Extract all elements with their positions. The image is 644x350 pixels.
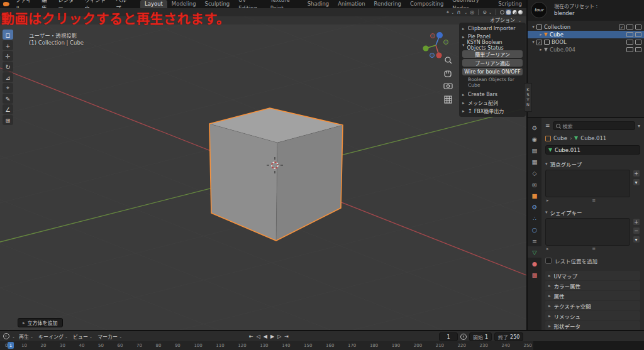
list-resize-grip[interactable]: ≡ — [592, 198, 596, 203]
operator-panel-button[interactable]: ▸ 立方体を追加 — [18, 318, 63, 327]
tab-output[interactable]: ▤ — [528, 145, 541, 156]
tab-physics[interactable]: ○ — [528, 224, 541, 235]
playhead[interactable]: 1 — [8, 342, 14, 349]
tab-world[interactable]: ◎ — [528, 178, 541, 190]
play-button[interactable]: ▶ — [270, 334, 274, 339]
outliner-row-cube[interactable]: ▸ Cube — [528, 31, 644, 38]
tab-scene[interactable]: ◇ — [528, 167, 541, 178]
video-overlay-notice[interactable]: 動画はクリックすると再生されます。 — [1, 8, 230, 27]
gizmo-y-neg[interactable] — [444, 40, 448, 45]
apply-boolean-button[interactable]: ブーリアン適応 — [462, 59, 523, 67]
viewport-visibility-icon[interactable] — [626, 25, 633, 30]
transform-tool[interactable]: ⌖ — [3, 83, 13, 93]
jump-to-end-button[interactable]: ⇥ — [284, 334, 289, 339]
list-expander-icon[interactable]: ▸ — [547, 198, 549, 203]
jump-next-keyframe-button[interactable]: ▷ — [277, 334, 281, 339]
gizmo-y-axis[interactable] — [423, 45, 428, 51]
panel-texture-space[interactable]: ▸ テクスチャ空間 — [545, 301, 640, 310]
wire-toggle-button[interactable]: Wire for boule ON/OFF — [462, 68, 523, 75]
annotate-tool[interactable]: ✎ — [3, 94, 13, 104]
tab-shading[interactable]: Shading — [303, 0, 334, 8]
render-visibility-icon[interactable] — [635, 32, 641, 37]
datablock-name-field[interactable]: Cube.011 — [545, 145, 640, 155]
outliner-row-collection[interactable]: ▾ Collection ✓ — [528, 23, 644, 31]
tab-constraints[interactable]: ≡ — [528, 235, 541, 246]
viewport-visibility-icon[interactable] — [626, 40, 633, 45]
search-input[interactable]: 検索 — [553, 121, 635, 130]
vertex-group-specials-button[interactable]: ▾ — [633, 178, 640, 186]
tab-tool[interactable]: ⚙ — [528, 122, 541, 133]
gizmo-z-neg[interactable] — [430, 53, 435, 58]
solid-shading-button[interactable] — [506, 9, 511, 15]
snap-dropdown[interactable]: ⌄ — [463, 10, 467, 14]
exclude-checkbox[interactable]: ✓ — [536, 40, 542, 45]
viewport-visibility-icon[interactable] — [626, 32, 633, 37]
menu-view[interactable]: ビュー⌄ — [70, 333, 95, 340]
play-reverse-button[interactable]: ◀ — [264, 334, 267, 339]
pan-hand-icon[interactable] — [445, 71, 451, 77]
gizmo-z-axis[interactable] — [436, 32, 443, 38]
render-visibility-icon[interactable] — [635, 25, 641, 30]
exclude-checkbox[interactable]: ✓ — [619, 25, 625, 30]
boolean-status-section[interactable]: ▾ KSYN Boolean Objects Status — [462, 41, 523, 49]
vertex-groups-panel-header[interactable]: ▾ 頂点グループ — [545, 160, 640, 168]
editor-type-chevron[interactable]: ⌄ — [12, 334, 15, 339]
render-visibility-icon[interactable] — [635, 40, 641, 45]
measure-tool[interactable]: ∠ — [3, 104, 13, 114]
frame-start-field[interactable]: 開始1 — [469, 332, 492, 341]
add-cube-tool[interactable]: ⊞ — [3, 115, 13, 125]
tab-view-layer[interactable]: ▦ — [528, 156, 541, 167]
mesh-array-section[interactable]: ▸ メッシュ配列 — [462, 99, 523, 107]
tab-rendering[interactable]: Rendering — [370, 0, 406, 8]
pivot-point-dropdown[interactable]: ⌖⌄ — [447, 9, 455, 16]
tab-modifiers[interactable]: ⚙ — [528, 201, 541, 212]
list-expander-icon[interactable]: ▸ — [547, 246, 549, 251]
jump-prev-keyframe-button[interactable]: ◁ — [257, 334, 260, 339]
outliner-row-bool[interactable]: ▾ ✓ BOOL — [528, 38, 644, 46]
outliner-row-cube-004[interactable]: ▸ Cube.004 — [528, 46, 644, 53]
tab-texture[interactable]: ▩ — [528, 269, 541, 280]
shape-keys-list[interactable] — [545, 218, 630, 246]
clipboard-importer-section[interactable]: ▸ Clipboard Importer — [462, 25, 523, 33]
tab-particles[interactable]: ∴ — [528, 212, 541, 224]
panel-remesh[interactable]: ▸ リメッシュ — [545, 311, 640, 320]
select-box-tool[interactable]: ◻ — [3, 30, 13, 40]
properties-editor-icon[interactable]: ≡ — [545, 123, 550, 129]
menu-playback[interactable]: 再生⌄ — [16, 333, 36, 340]
timeline-editor-type-icon[interactable] — [3, 333, 9, 339]
playback-sync-icon[interactable] — [460, 334, 467, 340]
easy-boolean-button[interactable]: 簡単ブーリアン — [462, 50, 523, 58]
ortho-grid-icon[interactable] — [445, 96, 452, 103]
preset-value[interactable]: blender — [554, 10, 575, 16]
tab-layout[interactable]: Layout — [140, 0, 167, 8]
viewport-visibility-icon[interactable] — [626, 47, 633, 52]
cursor-tool[interactable]: + — [3, 40, 13, 50]
tab-scripting[interactable]: Scripting — [494, 0, 526, 8]
material-preview-button[interactable] — [513, 10, 517, 14]
gizmo-x-neg[interactable] — [431, 34, 435, 38]
cube-object[interactable] — [209, 108, 343, 241]
frame-end-field[interactable]: 終了250 — [494, 332, 523, 341]
menu-marker[interactable]: マーカー⌄ — [95, 333, 125, 340]
vertex-groups-list[interactable] — [545, 170, 630, 197]
shape-key-specials-button[interactable]: ▾ — [633, 236, 640, 243]
proportional-editing-icon[interactable]: ◎ — [470, 9, 474, 15]
current-frame-field[interactable]: 1 — [439, 332, 458, 341]
remove-shape-key-button[interactable]: − — [633, 227, 640, 234]
scale-tool[interactable]: ⊿ — [3, 72, 13, 82]
tab-object-data[interactable]: ▽ — [528, 246, 541, 258]
snap-magnet-icon[interactable]: ∩ — [457, 9, 460, 15]
panel-color-attributes[interactable]: ▸ カラー属性 — [545, 281, 640, 290]
camera-view-icon[interactable] — [444, 84, 452, 89]
jump-to-start-button[interactable]: ⇤ — [249, 334, 253, 339]
tab-animation[interactable]: Animation — [333, 0, 369, 8]
n-panel-category-tab[interactable]: KSYN — [524, 83, 532, 112]
tab-object[interactable]: ■ — [528, 190, 541, 201]
rest-position-checkbox[interactable] — [545, 258, 552, 264]
panel-attributes[interactable]: ▸ 属性 — [545, 291, 640, 300]
timeline-ruler[interactable]: 1 01020304050607080901001101201301401501… — [0, 341, 644, 350]
tab-material[interactable]: ● — [528, 258, 541, 269]
list-resize-grip[interactable]: ≡ — [592, 246, 596, 251]
overlays-dropdown[interactable]: ⊙⌄ — [482, 9, 492, 15]
tab-sculpting[interactable]: Sculpting — [201, 0, 235, 8]
